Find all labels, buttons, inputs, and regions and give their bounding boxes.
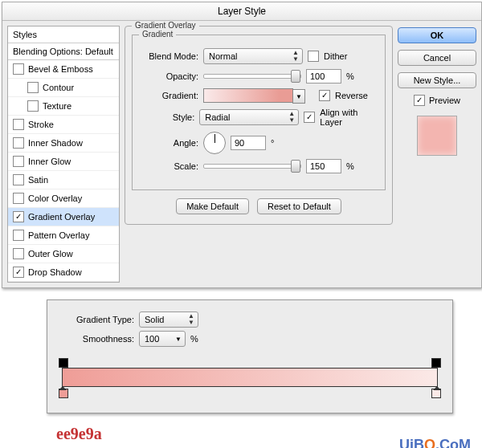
style-item-stroke[interactable]: Stroke — [8, 116, 119, 134]
gradient-preview[interactable]: ▼ — [203, 88, 293, 103]
opacity-label: Opacity: — [139, 71, 198, 81]
chevron-down-icon: ▼ — [175, 336, 182, 343]
section-label: Gradient Overlay — [132, 21, 199, 30]
gradient-label: Gradient — [139, 30, 176, 39]
gradient-type-label: Gradient Type: — [57, 315, 134, 324]
gradient-type-value: Solid — [145, 315, 164, 324]
watermark: UiBQ.CoM — [399, 437, 471, 448]
style-checkbox[interactable]: ✓ — [13, 267, 24, 278]
style-item-label: Satin — [28, 175, 48, 185]
style-value: Radial — [205, 112, 230, 122]
gradient-ramp[interactable] — [62, 368, 438, 387]
style-checkbox[interactable] — [13, 174, 24, 185]
align-checkbox[interactable]: ✓ — [304, 112, 315, 123]
blend-mode-select[interactable]: Normal ▲▼ — [203, 48, 303, 64]
gradient-bar[interactable] — [57, 358, 443, 398]
style-checkbox[interactable] — [13, 137, 24, 149]
chevron-down-icon[interactable]: ▼ — [292, 89, 305, 104]
scale-label: Scale: — [139, 161, 198, 171]
style-checkbox[interactable]: ✓ — [13, 211, 24, 222]
angle-dial[interactable] — [203, 132, 226, 154]
stop-handle-icon — [433, 386, 441, 390]
style-checkbox[interactable] — [13, 193, 24, 204]
new-style-button[interactable]: New Style... — [398, 72, 476, 88]
center-panel: Gradient Overlay Gradient Blend Mode: No… — [125, 26, 393, 283]
slider-thumb[interactable] — [291, 160, 300, 173]
gradient-editor: Gradient Type: Solid ▲▼ Smoothness: 100 … — [47, 299, 453, 413]
style-checkbox[interactable] — [13, 230, 24, 241]
dialog-title: Layer Style — [2, 2, 481, 21]
style-checkbox[interactable] — [27, 100, 39, 112]
scale-value[interactable]: 150 — [306, 159, 341, 173]
reset-default-button[interactable]: Reset to Default — [257, 198, 341, 214]
gradient-type-select[interactable]: Solid ▲▼ — [139, 312, 198, 328]
style-item-inner-shadow[interactable]: Inner Shadow — [8, 134, 119, 153]
dither-checkbox[interactable] — [308, 51, 319, 62]
reverse-label: Reverse — [335, 91, 368, 100]
opacity-stop-left[interactable] — [59, 358, 68, 368]
opacity-value[interactable]: 100 — [306, 69, 341, 83]
cancel-button[interactable]: Cancel — [398, 50, 476, 66]
style-checkbox[interactable] — [13, 248, 24, 259]
style-checkbox[interactable] — [13, 63, 24, 75]
style-select[interactable]: Radial ▲▼ — [199, 109, 299, 125]
chevron-updown-icon: ▲▼ — [188, 313, 194, 326]
style-item-label: Drop Shadow — [28, 267, 82, 277]
angle-unit: ° — [271, 138, 274, 148]
angle-label: Angle: — [139, 138, 198, 148]
blend-mode-label: Blend Mode: — [139, 51, 198, 61]
style-item-label: Contour — [43, 83, 74, 92]
make-default-button[interactable]: Make Default — [176, 198, 249, 214]
scale-unit: % — [346, 161, 354, 171]
style-item-label: Gradient Overlay — [28, 212, 95, 222]
style-item-contour[interactable]: Contour — [8, 79, 119, 97]
blend-mode-value: Normal — [209, 51, 237, 61]
style-item-texture[interactable]: Texture — [8, 97, 119, 116]
style-item-pattern-overlay[interactable]: Pattern Overlay — [8, 226, 119, 245]
style-checkbox[interactable] — [27, 82, 39, 93]
style-item-label: Texture — [43, 101, 71, 111]
style-item-label: Inner Glow — [28, 157, 71, 166]
dialog-body: Styles Blending Options: Default Bevel &… — [2, 21, 481, 287]
style-item-label: Pattern Overlay — [28, 230, 89, 240]
style-item-label: Outer Glow — [28, 249, 73, 259]
right-panel: OK Cancel New Style... ✓ Preview — [398, 26, 476, 283]
smoothness-value: 100 — [145, 334, 159, 344]
blending-options[interactable]: Blending Options: Default — [8, 43, 119, 60]
gradient-field-label: Gradient: — [139, 91, 198, 100]
style-item-label: Color Overlay — [28, 193, 82, 203]
preview-label: Preview — [429, 96, 460, 105]
style-item-label: Stroke — [28, 120, 54, 129]
styles-header[interactable]: Styles — [8, 26, 119, 43]
style-item-satin[interactable]: Satin — [8, 171, 119, 189]
scale-slider[interactable] — [203, 164, 301, 169]
gradient-overlay-group: Gradient Overlay Gradient Blend Mode: No… — [125, 26, 393, 225]
smoothness-input[interactable]: 100 ▼ — [139, 331, 186, 347]
styles-panel: Styles Blending Options: Default Bevel &… — [7, 26, 120, 283]
ok-button[interactable]: OK — [398, 27, 476, 43]
style-item-color-overlay[interactable]: Color Overlay — [8, 189, 119, 208]
align-label: Align with Layer — [320, 108, 378, 127]
opacity-slider[interactable] — [203, 74, 301, 79]
style-item-drop-shadow[interactable]: ✓Drop Shadow — [8, 263, 119, 282]
angle-value[interactable]: 90 — [231, 136, 266, 150]
opacity-stop-right[interactable] — [431, 358, 441, 368]
reverse-checkbox[interactable]: ✓ — [319, 90, 330, 101]
dither-label: Dither — [324, 51, 347, 61]
smoothness-label: Smoothness: — [57, 334, 134, 344]
preview-swatch — [417, 116, 457, 156]
preview-checkbox[interactable]: ✓ — [414, 95, 425, 106]
style-item-gradient-overlay[interactable]: ✓Gradient Overlay — [8, 208, 119, 226]
layer-style-dialog: Layer Style Styles Blending Options: Def… — [2, 2, 482, 288]
style-label: Style: — [139, 112, 194, 122]
slider-thumb[interactable] — [291, 70, 300, 83]
style-item-bevel-emboss[interactable]: Bevel & Emboss — [8, 60, 119, 79]
gradient-inner-group: Gradient Blend Mode: Normal ▲▼ Dither Op… — [132, 35, 386, 190]
smoothness-unit: % — [190, 334, 198, 344]
style-item-outer-glow[interactable]: Outer Glow — [8, 245, 119, 263]
style-item-inner-glow[interactable]: Inner Glow — [8, 153, 119, 171]
style-checkbox[interactable] — [13, 119, 24, 130]
style-item-label: Inner Shadow — [28, 138, 83, 148]
style-item-label: Bevel & Emboss — [28, 64, 93, 74]
style-checkbox[interactable] — [13, 156, 24, 167]
